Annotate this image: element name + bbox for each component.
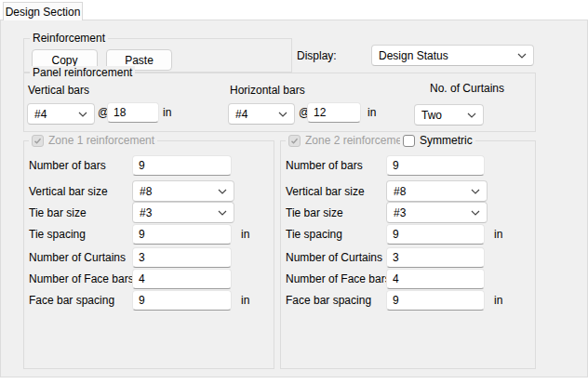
- zone1-checkbox: [32, 135, 44, 147]
- zone1-number-of-face-bars-input[interactable]: [132, 269, 232, 289]
- zone2-face-bar-spacing-input[interactable]: [386, 290, 485, 311]
- display-select[interactable]: Design Status: [371, 45, 534, 66]
- vertical-unit-label: in: [163, 106, 171, 119]
- zone2-title: Zone 2 reinforcement: [305, 135, 411, 147]
- zone2-vertical-bar-size-select[interactable]: #8: [386, 180, 488, 202]
- horizontal-bar-size-value: #4: [235, 108, 247, 121]
- zone1-tie-bar-size-select[interactable]: #3: [132, 202, 234, 223]
- zone1-caption: Zone 1 reinforcement: [29, 135, 157, 147]
- zone1-title: Zone 1 reinforcement: [48, 135, 154, 147]
- zone2-vertical-bar-size-label: Vertical bar size: [286, 185, 365, 198]
- horizontal-bar-size-select[interactable]: #4: [228, 103, 295, 125]
- zone2-tie-spacing-label: Tie spacing: [286, 228, 342, 241]
- zone1-group: Zone 1 reinforcement Number of bars Vert…: [23, 140, 274, 369]
- zone2-vertical-bar-size-value: #8: [394, 185, 406, 198]
- zone1-number-of-face-bars-label: Number of Face bars: [29, 272, 134, 285]
- zone2-checkbox: [288, 135, 301, 147]
- display-select-value: Design Status: [379, 49, 448, 62]
- zone1-tie-bar-size-value: #3: [140, 206, 152, 219]
- zone2-face-bar-spacing-unit: in: [494, 294, 502, 307]
- zone1-number-of-bars-input[interactable]: [132, 155, 232, 176]
- zone1-vertical-bar-size-select[interactable]: #8: [132, 180, 234, 202]
- horizontal-bar-spacing-input[interactable]: [307, 102, 361, 123]
- zone2-number-of-curtains-label: Number of Curtains: [286, 251, 382, 264]
- zone1-face-bar-spacing-input[interactable]: [132, 290, 232, 311]
- chevron-down-icon: [78, 112, 87, 117]
- panel-reinforcement-group: Panel reinforcement Vertical bars #4 @ i…: [23, 73, 536, 132]
- panel-group-title: Panel reinforcement: [30, 66, 135, 79]
- display-label: Display:: [297, 49, 337, 62]
- zone1-number-of-bars-label: Number of bars: [29, 159, 106, 172]
- chevron-down-icon: [517, 53, 527, 59]
- chevron-down-icon: [471, 210, 480, 216]
- zone1-tie-bar-size-label: Tie bar size: [29, 206, 87, 219]
- zone2-number-of-bars-input[interactable]: [386, 155, 485, 176]
- chevron-down-icon: [471, 189, 480, 194]
- zone1-number-of-curtains-input[interactable]: [132, 247, 232, 268]
- tab-design-section[interactable]: Design Section: [3, 2, 83, 20]
- horizontal-unit-label: in: [368, 106, 376, 119]
- vertical-bar-size-value: #4: [34, 108, 47, 121]
- zone1-face-bar-spacing-label: Face bar spacing: [29, 294, 114, 307]
- vertical-bars-label: Vertical bars: [28, 84, 89, 97]
- curtains-select-value: Two: [421, 109, 442, 122]
- zone1-vertical-bar-size-label: Vertical bar size: [29, 185, 108, 198]
- zone2-tie-bar-size-select[interactable]: #3: [386, 202, 488, 223]
- zone2-caption: Zone 2 reinforcement: [286, 135, 414, 147]
- zone2-tie-spacing-unit: in: [494, 228, 502, 241]
- zone2-group: Zone 2 reinforcement Symmetric Number of…: [280, 140, 536, 369]
- zone2-tie-bar-size-label: Tie bar size: [286, 206, 343, 219]
- zone2-number-of-bars-label: Number of bars: [286, 159, 363, 172]
- zone1-tie-spacing-unit: in: [241, 228, 249, 241]
- zone1-vertical-bar-size-value: #8: [140, 185, 152, 198]
- tab-page: Reinforcement Copy Paste Display: Design…: [0, 20, 588, 377]
- tab-label: Design Section: [6, 6, 81, 19]
- chevron-down-icon: [218, 210, 227, 216]
- vertical-bar-spacing-input[interactable]: [107, 102, 159, 123]
- chevron-down-icon: [278, 112, 287, 117]
- zone1-tie-spacing-input[interactable]: [132, 224, 232, 245]
- zone2-tie-spacing-input[interactable]: [386, 224, 485, 245]
- zone2-tie-bar-size-value: #3: [394, 206, 406, 219]
- zone2-symmetric[interactable]: Symmetric: [400, 135, 475, 147]
- horizontal-bars-label: Horizontal bars: [230, 84, 305, 97]
- zone1-face-bar-spacing-unit: in: [241, 294, 249, 307]
- zone2-number-of-curtains-input[interactable]: [386, 247, 485, 268]
- chevron-down-icon: [218, 189, 227, 194]
- zone2-number-of-face-bars-input[interactable]: [386, 269, 485, 289]
- zone1-number-of-curtains-label: Number of Curtains: [29, 251, 126, 264]
- zone2-number-of-face-bars-label: Number of Face bars: [286, 272, 391, 285]
- chevron-down-icon: [467, 113, 476, 118]
- zone1-tie-spacing-label: Tie spacing: [29, 228, 86, 241]
- curtains-select[interactable]: Two: [414, 104, 484, 126]
- zone2-face-bar-spacing-label: Face bar spacing: [286, 294, 371, 307]
- curtains-label: No. of Curtains: [430, 82, 504, 95]
- vertical-bar-size-select[interactable]: #4: [27, 103, 95, 125]
- symmetric-label: Symmetric: [420, 135, 473, 147]
- symmetric-checkbox[interactable]: [403, 135, 415, 147]
- reinforcement-group-title: Reinforcement: [30, 32, 108, 45]
